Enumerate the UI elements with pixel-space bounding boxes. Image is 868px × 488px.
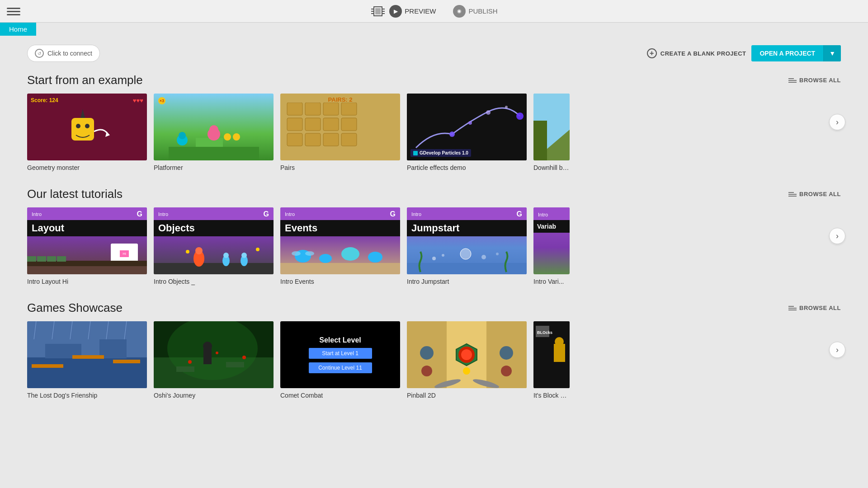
oshi-thumb [154, 321, 274, 388]
svg-point-35 [468, 121, 472, 125]
tutorials-browse-all[interactable]: BROWSE ALL [788, 191, 841, 197]
tutorials-title: Our latest tutorials [27, 187, 123, 201]
tutorial-card-layout[interactable]: Intro G Layout Hi [27, 207, 147, 285]
svg-point-92 [216, 352, 218, 354]
create-blank-button[interactable]: + CREATE A BLANK PROJECT [647, 48, 746, 58]
hamburger-menu[interactable] [7, 5, 20, 18]
pinball-label: Pinball 2D [407, 392, 527, 399]
downhill-thumb [533, 94, 570, 160]
svg-rect-110 [554, 344, 565, 362]
pinball-thumb [407, 321, 527, 388]
svg-rect-46 [47, 256, 56, 262]
top-actions-bar: ↺ Click to connect + CREATE A BLANK PROJ… [27, 45, 841, 62]
svg-point-65 [460, 249, 471, 259]
objects-label: Intro Objects _ [154, 278, 274, 285]
svg-rect-24 [341, 103, 357, 115]
open-project-button[interactable]: OPEN A PROJECT ▼ [751, 45, 841, 61]
events-label: Intro Events [280, 278, 400, 285]
examples-title: Start from an example [27, 73, 143, 87]
connect-label: Click to connect [47, 50, 92, 57]
svg-rect-31 [323, 133, 339, 146]
particles-thumb: GDevelop Particles 1.0 [407, 94, 527, 160]
continue-level-btn: Continue Level 11 [309, 362, 372, 373]
svg-rect-76 [113, 360, 140, 363]
showcase-card-lost-dog[interactable]: The Lost Dog's Frienship [27, 321, 147, 399]
svg-point-106 [501, 366, 512, 376]
tutorial-card-events[interactable]: Intro G Events [280, 207, 400, 285]
showcase-card-comet[interactable]: Select Level Start at Level 1 Continue L… [280, 321, 400, 399]
publish-label: PUBLISH [468, 7, 497, 15]
svg-point-61 [368, 252, 382, 263]
tutorial-card-jumpstart[interactable]: Intro G Jumpstart [407, 207, 527, 285]
svg-point-66 [432, 257, 436, 260]
svg-rect-86 [203, 348, 212, 364]
geometry-label: Geometry monster [27, 164, 147, 171]
example-card-platformer[interactable]: ×3 [154, 94, 274, 171]
home-tab-label: Home [0, 23, 36, 36]
svg-point-91 [242, 356, 246, 359]
publish-button[interactable]: ◉ PUBLISH [453, 5, 497, 18]
svg-point-99 [461, 349, 472, 360]
showcase-section: Games Showcase BROWSE ALL [27, 301, 841, 399]
showcase-card-blocks[interactable]: BLOcks It's Block Ma... [533, 321, 570, 399]
svg-rect-30 [305, 133, 321, 146]
open-project-dropdown[interactable]: ▼ [823, 45, 841, 61]
svg-point-34 [449, 131, 455, 137]
svg-rect-14 [196, 138, 223, 147]
preview-button[interactable]: ▶ PREVIEW [389, 5, 436, 18]
examples-cards-container: Score: 124 ♥♥♥ [27, 94, 841, 171]
tutorial-card-variables[interactable]: Intro Variab Intro Vari... [533, 207, 570, 285]
svg-point-105 [421, 366, 432, 376]
example-card-particles[interactable]: GDevelop Particles 1.0 Particle effects … [407, 94, 527, 171]
svg-rect-64 [407, 263, 527, 274]
home-tab[interactable]: Home [0, 23, 868, 36]
example-card-geometry[interactable]: Score: 124 ♥♥♥ [27, 94, 147, 171]
svg-point-54 [241, 253, 247, 258]
events-thumb: Intro G Events [280, 207, 400, 274]
showcase-card-oshi[interactable]: Oshi's Journey [154, 321, 274, 399]
connect-button[interactable]: ↺ Click to connect [27, 45, 100, 62]
platformer-label: Platformer [154, 164, 274, 171]
showcase-next-arrow[interactable]: › [829, 342, 845, 358]
top-nav: ▶ PREVIEW ◉ PUBLISH [0, 0, 868, 23]
svg-rect-88 [176, 366, 194, 372]
jumpstart-label: Intro Jumpstart [407, 278, 527, 285]
svg-point-18 [209, 125, 218, 134]
jumpstart-thumb: Intro G Jumpstart [407, 207, 527, 274]
play-icon: ▶ [389, 5, 402, 18]
tutorials-next-arrow[interactable]: › [829, 228, 845, 244]
showcase-card-pinball[interactable]: Pinball 2D [407, 321, 527, 399]
svg-point-103 [420, 346, 434, 360]
pairs-thumb: PAIRS: 2 [280, 94, 400, 160]
examples-next-arrow[interactable]: › [829, 114, 845, 130]
tutorials-browse-all-label: BROWSE ALL [799, 191, 841, 197]
svg-rect-23 [323, 103, 339, 115]
svg-rect-41 [533, 121, 547, 160]
svg-point-87 [203, 342, 212, 351]
start-level-btn: Start at Level 1 [309, 348, 372, 359]
showcase-browse-all[interactable]: BROWSE ALL [788, 305, 841, 311]
svg-point-50 [195, 247, 203, 254]
svg-rect-32 [341, 133, 357, 146]
objects-thumb: Intro G Objects [154, 207, 274, 274]
example-card-pairs[interactable]: PAIRS: 2 [280, 94, 400, 171]
geometry-thumb: Score: 124 ♥♥♥ [27, 94, 147, 160]
svg-point-59 [319, 254, 332, 263]
showcase-header: Games Showcase BROWSE ALL [27, 301, 841, 315]
example-card-downhill[interactable]: Downhill bike [533, 94, 570, 171]
connect-icon: ↺ [35, 49, 44, 58]
tutorial-card-objects[interactable]: Intro G Objects [154, 207, 274, 285]
tutorials-cards-scroll: Intro G Layout Hi [27, 207, 841, 285]
pairs-label: Pairs [280, 164, 400, 171]
svg-point-67 [442, 254, 444, 257]
examples-browse-all[interactable]: BROWSE ALL [788, 77, 841, 84]
svg-rect-45 [37, 256, 46, 262]
svg-rect-29 [287, 133, 302, 146]
main-content: ↺ Click to connect + CREATE A BLANK PROJ… [0, 36, 868, 424]
svg-point-68 [481, 255, 486, 259]
svg-rect-57 [280, 263, 400, 274]
lost-dog-thumb [27, 321, 147, 388]
open-project-label: OPEN A PROJECT [751, 45, 823, 61]
variables-label: Intro Vari... [533, 278, 570, 285]
preview-label: PREVIEW [405, 7, 436, 15]
